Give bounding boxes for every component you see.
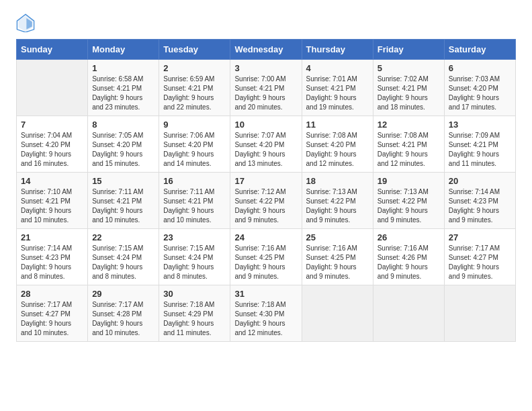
- day-info: Sunrise: 6:59 AM Sunset: 4:21 PM Dayligh…: [163, 75, 226, 112]
- day-number: 23: [163, 232, 226, 242]
- day-info: Sunrise: 7:06 AM Sunset: 4:20 PM Dayligh…: [163, 131, 226, 169]
- day-number: 17: [234, 176, 297, 186]
- calendar-cell: 25Sunrise: 7:16 AM Sunset: 4:25 PM Dayli…: [302, 229, 373, 285]
- week-row-5: 28Sunrise: 7:17 AM Sunset: 4:27 PM Dayli…: [17, 285, 516, 342]
- day-info: Sunrise: 7:08 AM Sunset: 4:21 PM Dayligh…: [378, 131, 440, 169]
- day-number: 7: [21, 120, 83, 130]
- calendar-cell: 23Sunrise: 7:15 AM Sunset: 4:24 PM Dayli…: [159, 229, 230, 285]
- day-number: 11: [306, 120, 369, 130]
- day-number: 18: [306, 176, 369, 186]
- day-number: 20: [449, 176, 511, 186]
- calendar-cell: 14Sunrise: 7:10 AM Sunset: 4:21 PM Dayli…: [17, 173, 88, 229]
- calendar-cell: 4Sunrise: 7:01 AM Sunset: 4:21 PM Daylig…: [302, 60, 373, 116]
- calendar-cell: 29Sunrise: 7:17 AM Sunset: 4:28 PM Dayli…: [88, 285, 159, 342]
- day-number: 29: [92, 289, 154, 299]
- day-number: 27: [449, 232, 511, 242]
- calendar-cell: 31Sunrise: 7:18 AM Sunset: 4:30 PM Dayli…: [230, 285, 302, 342]
- day-number: 28: [21, 289, 83, 299]
- calendar-cell: [373, 285, 444, 342]
- day-header-tuesday: Tuesday: [159, 40, 230, 60]
- day-info: Sunrise: 7:18 AM Sunset: 4:30 PM Dayligh…: [234, 300, 297, 338]
- day-number: 21: [21, 232, 83, 242]
- calendar-cell: 30Sunrise: 7:18 AM Sunset: 4:29 PM Dayli…: [159, 285, 230, 342]
- day-info: Sunrise: 7:08 AM Sunset: 4:20 PM Dayligh…: [306, 131, 369, 169]
- day-info: Sunrise: 7:10 AM Sunset: 4:21 PM Dayligh…: [21, 187, 83, 225]
- day-number: 6: [449, 63, 511, 73]
- day-info: Sunrise: 7:11 AM Sunset: 4:21 PM Dayligh…: [163, 187, 226, 225]
- day-number: 26: [378, 232, 440, 242]
- day-number: 25: [306, 232, 369, 242]
- day-number: 5: [378, 63, 440, 73]
- day-info: Sunrise: 7:09 AM Sunset: 4:21 PM Dayligh…: [449, 131, 511, 169]
- day-number: 22: [92, 232, 154, 242]
- day-info: Sunrise: 7:15 AM Sunset: 4:24 PM Dayligh…: [163, 244, 226, 281]
- day-info: Sunrise: 7:07 AM Sunset: 4:20 PM Dayligh…: [234, 131, 297, 169]
- calendar-cell: 9Sunrise: 7:06 AM Sunset: 4:20 PM Daylig…: [159, 116, 230, 173]
- calendar-cell: 6Sunrise: 7:03 AM Sunset: 4:20 PM Daylig…: [444, 60, 515, 116]
- calendar-cell: [302, 285, 373, 342]
- day-info: Sunrise: 7:03 AM Sunset: 4:20 PM Dayligh…: [449, 75, 511, 112]
- day-header-sunday: Sunday: [17, 40, 88, 60]
- calendar-cell: 12Sunrise: 7:08 AM Sunset: 4:21 PM Dayli…: [373, 116, 444, 173]
- day-info: Sunrise: 7:12 AM Sunset: 4:22 PM Dayligh…: [234, 187, 297, 225]
- calendar-cell: 22Sunrise: 7:15 AM Sunset: 4:24 PM Dayli…: [88, 229, 159, 285]
- day-number: 8: [92, 120, 154, 130]
- day-info: Sunrise: 7:14 AM Sunset: 4:23 PM Dayligh…: [21, 244, 83, 281]
- day-number: 15: [92, 176, 154, 186]
- calendar-cell: 10Sunrise: 7:07 AM Sunset: 4:20 PM Dayli…: [230, 116, 302, 173]
- day-number: 4: [306, 63, 369, 73]
- calendar-body: 1Sunrise: 6:58 AM Sunset: 4:21 PM Daylig…: [17, 60, 516, 342]
- logo: [16, 13, 38, 32]
- calendar-cell: 13Sunrise: 7:09 AM Sunset: 4:21 PM Dayli…: [444, 116, 515, 173]
- calendar-cell: 8Sunrise: 7:05 AM Sunset: 4:20 PM Daylig…: [88, 116, 159, 173]
- day-number: 10: [234, 120, 297, 130]
- day-number: 31: [234, 289, 297, 299]
- calendar-cell: 11Sunrise: 7:08 AM Sunset: 4:20 PM Dayli…: [302, 116, 373, 173]
- logo-icon: [16, 13, 35, 32]
- day-number: 24: [234, 232, 297, 242]
- day-header-wednesday: Wednesday: [230, 40, 302, 60]
- day-number: 9: [163, 120, 226, 130]
- calendar-cell: 26Sunrise: 7:16 AM Sunset: 4:26 PM Dayli…: [373, 229, 444, 285]
- calendar-cell: 16Sunrise: 7:11 AM Sunset: 4:21 PM Dayli…: [159, 173, 230, 229]
- day-info: Sunrise: 7:16 AM Sunset: 4:25 PM Dayligh…: [306, 244, 369, 281]
- day-info: Sunrise: 7:17 AM Sunset: 4:27 PM Dayligh…: [21, 300, 83, 338]
- header-row: SundayMondayTuesdayWednesdayThursdayFrid…: [17, 40, 516, 60]
- calendar-cell: 2Sunrise: 6:59 AM Sunset: 4:21 PM Daylig…: [159, 60, 230, 116]
- day-info: Sunrise: 6:58 AM Sunset: 4:21 PM Dayligh…: [92, 75, 154, 112]
- day-info: Sunrise: 7:11 AM Sunset: 4:21 PM Dayligh…: [92, 187, 154, 225]
- calendar-cell: 24Sunrise: 7:16 AM Sunset: 4:25 PM Dayli…: [230, 229, 302, 285]
- day-header-thursday: Thursday: [302, 40, 373, 60]
- week-row-3: 14Sunrise: 7:10 AM Sunset: 4:21 PM Dayli…: [17, 173, 516, 229]
- calendar-table: SundayMondayTuesdayWednesdayThursdayFrid…: [16, 39, 516, 342]
- day-number: 30: [163, 289, 226, 299]
- day-number: 1: [92, 63, 154, 73]
- page-header: [16, 13, 516, 32]
- calendar-cell: 5Sunrise: 7:02 AM Sunset: 4:21 PM Daylig…: [373, 60, 444, 116]
- day-number: 2: [163, 63, 226, 73]
- day-info: Sunrise: 7:01 AM Sunset: 4:21 PM Dayligh…: [306, 75, 369, 112]
- day-number: 13: [449, 120, 511, 130]
- day-number: 3: [234, 63, 297, 73]
- calendar-cell: 18Sunrise: 7:13 AM Sunset: 4:22 PM Dayli…: [302, 173, 373, 229]
- day-header-saturday: Saturday: [444, 40, 515, 60]
- calendar-cell: 28Sunrise: 7:17 AM Sunset: 4:27 PM Dayli…: [17, 285, 88, 342]
- day-info: Sunrise: 7:18 AM Sunset: 4:29 PM Dayligh…: [163, 300, 226, 338]
- day-info: Sunrise: 7:16 AM Sunset: 4:26 PM Dayligh…: [378, 244, 440, 281]
- day-info: Sunrise: 7:16 AM Sunset: 4:25 PM Dayligh…: [234, 244, 297, 281]
- day-info: Sunrise: 7:13 AM Sunset: 4:22 PM Dayligh…: [378, 187, 440, 225]
- calendar-cell: [17, 60, 88, 116]
- calendar-cell: 7Sunrise: 7:04 AM Sunset: 4:20 PM Daylig…: [17, 116, 88, 173]
- calendar-cell: 20Sunrise: 7:14 AM Sunset: 4:23 PM Dayli…: [444, 173, 515, 229]
- day-info: Sunrise: 7:14 AM Sunset: 4:23 PM Dayligh…: [449, 187, 511, 225]
- week-row-2: 7Sunrise: 7:04 AM Sunset: 4:20 PM Daylig…: [17, 116, 516, 173]
- calendar-cell: 3Sunrise: 7:00 AM Sunset: 4:21 PM Daylig…: [230, 60, 302, 116]
- day-header-friday: Friday: [373, 40, 444, 60]
- day-info: Sunrise: 7:05 AM Sunset: 4:20 PM Dayligh…: [92, 131, 154, 169]
- day-number: 12: [378, 120, 440, 130]
- day-header-monday: Monday: [88, 40, 159, 60]
- day-info: Sunrise: 7:13 AM Sunset: 4:22 PM Dayligh…: [306, 187, 369, 225]
- day-info: Sunrise: 7:17 AM Sunset: 4:28 PM Dayligh…: [92, 300, 154, 338]
- calendar-cell: 15Sunrise: 7:11 AM Sunset: 4:21 PM Dayli…: [88, 173, 159, 229]
- week-row-1: 1Sunrise: 6:58 AM Sunset: 4:21 PM Daylig…: [17, 60, 516, 116]
